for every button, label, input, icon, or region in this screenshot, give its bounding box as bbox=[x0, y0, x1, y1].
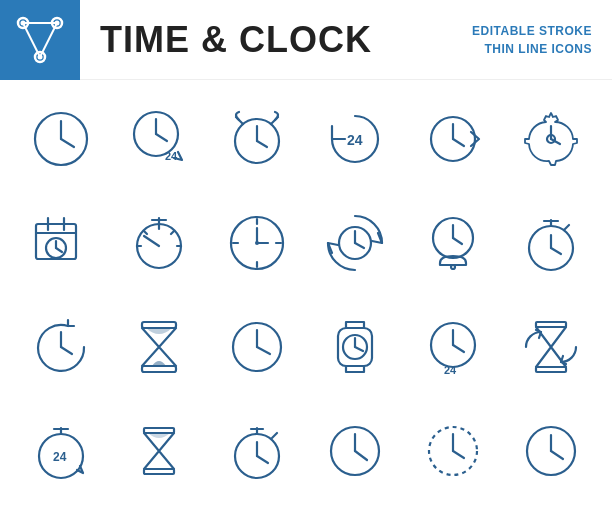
svg-line-38 bbox=[144, 236, 159, 246]
logo-area bbox=[0, 0, 80, 80]
icon-clock-plain[interactable] bbox=[211, 298, 304, 397]
icon-clock-arrow-right[interactable] bbox=[406, 90, 499, 189]
svg-line-67 bbox=[61, 347, 72, 354]
icon-clock-24-bottom[interactable]: 24 bbox=[406, 298, 499, 397]
icon-stopwatch-round[interactable] bbox=[211, 401, 304, 500]
icon-hourglass-arrows[interactable] bbox=[504, 298, 597, 397]
icon-clock-minimal[interactable] bbox=[211, 194, 304, 293]
svg-point-6 bbox=[21, 20, 26, 25]
svg-line-64 bbox=[551, 248, 561, 254]
svg-line-3 bbox=[23, 23, 40, 57]
svg-line-42 bbox=[171, 231, 174, 234]
svg-line-14 bbox=[156, 134, 167, 141]
svg-rect-83 bbox=[536, 367, 566, 372]
svg-line-101 bbox=[453, 451, 464, 458]
svg-line-73 bbox=[257, 347, 270, 354]
svg-line-98 bbox=[355, 451, 367, 460]
icon-clock-24-refresh[interactable]: 24 bbox=[309, 90, 402, 189]
svg-line-95 bbox=[272, 433, 277, 438]
icon-clock-gear[interactable] bbox=[504, 90, 597, 189]
vector-pen-icon bbox=[15, 15, 65, 65]
svg-point-51 bbox=[255, 241, 259, 245]
header-subtitle: EDITABLE STROKE THIN LINE ICONS bbox=[472, 22, 612, 58]
svg-line-54 bbox=[355, 243, 364, 248]
icon-clock-refresh-left[interactable] bbox=[15, 298, 108, 397]
svg-line-104 bbox=[551, 451, 563, 459]
svg-line-94 bbox=[257, 456, 268, 463]
icon-calendar-clock[interactable] bbox=[15, 194, 108, 293]
svg-line-43 bbox=[144, 231, 147, 234]
icon-stopwatch-simple[interactable] bbox=[504, 194, 597, 293]
svg-line-4 bbox=[40, 23, 57, 57]
svg-rect-68 bbox=[142, 322, 176, 328]
icon-smartwatch[interactable] bbox=[309, 298, 402, 397]
svg-line-57 bbox=[453, 238, 462, 244]
svg-line-77 bbox=[355, 347, 363, 351]
icon-clock-simple[interactable] bbox=[15, 90, 108, 189]
icon-hourglass-time[interactable] bbox=[113, 401, 206, 500]
icon-stopwatch-24[interactable]: 24 bbox=[15, 401, 108, 500]
page-title: TIME & CLOCK bbox=[80, 19, 472, 61]
icon-stopwatch-speed[interactable] bbox=[113, 194, 206, 293]
svg-line-65 bbox=[564, 225, 569, 230]
icon-grid: 24 24 bbox=[0, 80, 612, 510]
svg-text:24: 24 bbox=[53, 450, 67, 464]
icon-clock-last[interactable] bbox=[504, 401, 597, 500]
icon-hourglass[interactable] bbox=[113, 298, 206, 397]
svg-line-18 bbox=[257, 141, 267, 147]
svg-text:24: 24 bbox=[165, 150, 178, 162]
icon-clock-bell[interactable] bbox=[406, 194, 499, 293]
icon-alarm-clock[interactable] bbox=[211, 90, 304, 189]
svg-point-8 bbox=[38, 54, 43, 59]
icon-clock-24-arrow[interactable]: 24 bbox=[113, 90, 206, 189]
icon-clock-dashed[interactable] bbox=[406, 401, 499, 500]
svg-line-80 bbox=[453, 345, 464, 352]
svg-text:24: 24 bbox=[347, 132, 363, 148]
svg-point-59 bbox=[451, 265, 455, 269]
svg-line-24 bbox=[453, 139, 464, 146]
svg-line-34 bbox=[56, 248, 62, 252]
svg-rect-82 bbox=[536, 322, 566, 327]
svg-line-11 bbox=[61, 139, 74, 147]
icon-clock-4[interactable] bbox=[309, 401, 402, 500]
header: TIME & CLOCK EDITABLE STROKE THIN LINE I… bbox=[0, 0, 612, 80]
svg-rect-89 bbox=[144, 469, 174, 474]
svg-text:24: 24 bbox=[444, 364, 457, 376]
svg-point-7 bbox=[55, 20, 60, 25]
icon-clock-circular-arrows[interactable] bbox=[309, 194, 402, 293]
svg-rect-88 bbox=[144, 428, 174, 433]
